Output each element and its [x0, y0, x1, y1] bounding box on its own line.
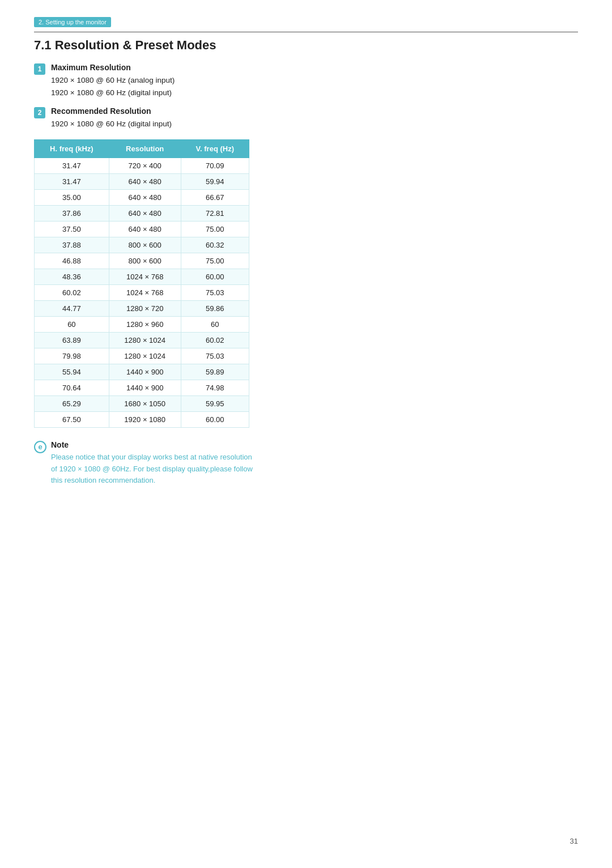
recommended-resolution-heading: Recommended Resolution [51, 107, 172, 116]
table-cell-4-2: 75.00 [181, 221, 249, 237]
table-row: 31.47720 × 40070.09 [35, 158, 249, 173]
table-row: 601280 × 96060 [35, 316, 249, 332]
recommended-resolution-content: Recommended Resolution 1920 × 1080 @ 60 … [51, 107, 172, 130]
table-header-resolution: Resolution [109, 139, 181, 158]
max-resolution-line2: 1920 × 1080 @ 60 Hz (digital input) [51, 87, 175, 99]
table-cell-8-2: 75.03 [181, 284, 249, 300]
table-cell-10-2: 60 [181, 316, 249, 332]
table-cell-15-1: 1680 × 1050 [109, 395, 181, 411]
table-cell-7-1: 1024 × 768 [109, 269, 181, 284]
note-text: Please notice that your display works be… [51, 452, 255, 487]
table-cell-15-0: 65.29 [35, 395, 109, 411]
note-section: e Note Please notice that your display w… [34, 440, 578, 487]
table-cell-13-2: 59.89 [181, 364, 249, 380]
table-cell-3-0: 37.86 [35, 205, 109, 221]
table-cell-5-1: 800 × 600 [109, 237, 181, 253]
table-header-vfreq: V. freq (Hz) [181, 139, 249, 158]
table-cell-8-1: 1024 × 768 [109, 284, 181, 300]
preset-table: H. freq (kHz) Resolution V. freq (Hz) 31… [34, 139, 249, 428]
table-cell-1-1: 640 × 480 [109, 173, 181, 189]
table-cell-14-0: 70.64 [35, 380, 109, 395]
table-row: 79.981280 × 102475.03 [35, 348, 249, 364]
table-cell-6-2: 75.00 [181, 253, 249, 269]
table-row: 35.00640 × 48066.67 [35, 189, 249, 205]
table-cell-15-2: 59.95 [181, 395, 249, 411]
table-cell-12-1: 1280 × 1024 [109, 348, 181, 364]
table-row: 37.86640 × 48072.81 [35, 205, 249, 221]
table-cell-2-0: 35.00 [35, 189, 109, 205]
table-cell-10-1: 1280 × 960 [109, 316, 181, 332]
table-header-hfreq: H. freq (kHz) [35, 139, 109, 158]
table-cell-9-2: 59.86 [181, 300, 249, 316]
table-cell-0-0: 31.47 [35, 158, 109, 173]
table-cell-10-0: 60 [35, 316, 109, 332]
table-row: 44.771280 × 72059.86 [35, 300, 249, 316]
table-cell-16-2: 60.00 [181, 411, 249, 427]
table-row: 37.88800 × 60060.32 [35, 237, 249, 253]
max-resolution-heading: Maximum Resolution [51, 63, 175, 72]
table-row: 63.891280 × 102460.02 [35, 332, 249, 348]
table-cell-0-2: 70.09 [181, 158, 249, 173]
section-divider [34, 32, 578, 32]
breadcrumb: 2. Setting up the monitor [34, 17, 111, 27]
table-cell-16-0: 67.50 [35, 411, 109, 427]
table-cell-6-1: 800 × 600 [109, 253, 181, 269]
max-resolution-line1: 1920 × 1080 @ 60 Hz (analog input) [51, 74, 175, 87]
note-icon: e [34, 441, 46, 453]
table-row: 37.50640 × 48075.00 [35, 221, 249, 237]
table-cell-7-0: 48.36 [35, 269, 109, 284]
table-row: 46.88800 × 60075.00 [35, 253, 249, 269]
table-row: 55.941440 × 90059.89 [35, 364, 249, 380]
table-row: 70.641440 × 90074.98 [35, 380, 249, 395]
note-title: Note [51, 440, 255, 449]
table-cell-12-2: 75.03 [181, 348, 249, 364]
table-row: 67.501920 × 108060.00 [35, 411, 249, 427]
table-cell-12-0: 79.98 [35, 348, 109, 364]
table-cell-14-1: 1440 × 900 [109, 380, 181, 395]
table-cell-11-0: 63.89 [35, 332, 109, 348]
table-cell-5-0: 37.88 [35, 237, 109, 253]
table-cell-14-2: 74.98 [181, 380, 249, 395]
table-cell-2-1: 640 × 480 [109, 189, 181, 205]
recommended-resolution-line1: 1920 × 1080 @ 60 Hz (digital input) [51, 118, 172, 130]
table-cell-11-2: 60.02 [181, 332, 249, 348]
table-cell-11-1: 1280 × 1024 [109, 332, 181, 348]
recommended-resolution-item: 2 Recommended Resolution 1920 × 1080 @ 6… [34, 107, 578, 130]
max-resolution-content: Maximum Resolution 1920 × 1080 @ 60 Hz (… [51, 63, 175, 99]
table-cell-2-2: 66.67 [181, 189, 249, 205]
table-cell-4-0: 37.50 [35, 221, 109, 237]
table-cell-16-1: 1920 × 1080 [109, 411, 181, 427]
table-row: 48.361024 × 76860.00 [35, 269, 249, 284]
table-row: 31.47640 × 48059.94 [35, 173, 249, 189]
item-badge-2: 2 [34, 107, 45, 118]
table-cell-9-0: 44.77 [35, 300, 109, 316]
note-content: Note Please notice that your display wor… [51, 440, 255, 487]
table-cell-3-1: 640 × 480 [109, 205, 181, 221]
table-cell-0-1: 720 × 400 [109, 158, 181, 173]
table-cell-4-1: 640 × 480 [109, 221, 181, 237]
table-cell-13-1: 1440 × 900 [109, 364, 181, 380]
table-cell-13-0: 55.94 [35, 364, 109, 380]
table-cell-1-0: 31.47 [35, 173, 109, 189]
item-badge-1: 1 [34, 63, 45, 75]
max-resolution-item: 1 Maximum Resolution 1920 × 1080 @ 60 Hz… [34, 63, 578, 99]
table-row: 60.021024 × 76875.03 [35, 284, 249, 300]
table-cell-8-0: 60.02 [35, 284, 109, 300]
page-number: 31 [570, 837, 578, 845]
table-row: 65.291680 × 105059.95 [35, 395, 249, 411]
table-cell-9-1: 1280 × 720 [109, 300, 181, 316]
table-cell-1-2: 59.94 [181, 173, 249, 189]
table-cell-5-2: 60.32 [181, 237, 249, 253]
table-cell-3-2: 72.81 [181, 205, 249, 221]
section-title: 7.1 Resolution & Preset Modes [34, 38, 578, 53]
table-cell-6-0: 46.88 [35, 253, 109, 269]
table-cell-7-2: 60.00 [181, 269, 249, 284]
